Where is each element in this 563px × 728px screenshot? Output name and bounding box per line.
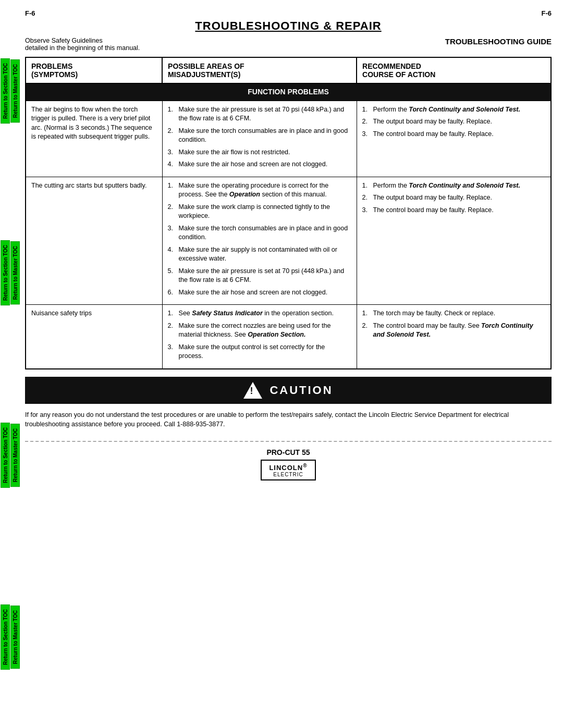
page-num-left: F-6 [25, 9, 35, 17]
caution-triangle-icon [243, 382, 262, 399]
recommended-list-2: 1.Perform the Torch Continuity and Solen… [362, 181, 545, 215]
function-problems-label: FUNCTION PROBLEMS [26, 83, 551, 101]
list-item: 1.Make sure the operating procedure is c… [168, 181, 351, 200]
recommended-list-1: 1.Perform the Torch Continuity and Solen… [362, 105, 545, 139]
page-num-right: F-6 [542, 9, 552, 17]
list-item: 5.Make sure the air pressure is set at 7… [168, 267, 351, 285]
problem-text-1: The air begins to flow when the torch tr… [31, 106, 152, 141]
sidebar-item-section-toc-4[interactable]: Return to Section TOC [1, 604, 10, 670]
page-number-row: F-6 F-6 [25, 9, 552, 17]
sidebar-col-right: Return to Master TOC Return to Master TO… [10, 0, 20, 728]
problem-cell-1: The air begins to flow when the torch tr… [26, 101, 162, 177]
possible-cell-2: 1.Make sure the operating procedure is c… [162, 177, 357, 305]
sidebar: Return to Section TOC Return to Section … [0, 0, 20, 728]
list-item: 2.Make sure the torch consumables are in… [168, 127, 351, 145]
product-name: PRO-CUT 55 [25, 448, 552, 456]
sidebar-item-section-toc-3[interactable]: Return to Section TOC [1, 423, 10, 488]
header-row: Observe Safety Guidelines detailed in th… [25, 37, 552, 52]
list-item: 1.Make sure the air pressure is set at 7… [168, 105, 351, 124]
sidebar-item-master-toc-3[interactable]: Return to Master TOC [10, 424, 20, 487]
possible-list-1: 1.Make sure the air pressure is set at 7… [168, 105, 351, 169]
list-item: 6.Make sure the air hose and screen are … [168, 288, 351, 298]
possible-cell-3: 1.See Safety Status Indicator in the ope… [162, 305, 357, 369]
recommended-cell-1: 1.Perform the Torch Continuity and Solen… [357, 101, 551, 177]
list-item: 4.Make sure the air supply is not contam… [168, 245, 351, 264]
sidebar-item-master-toc-1[interactable]: Return to Master TOC [10, 59, 20, 122]
list-item: 1.The torch may be faulty. Check or repl… [362, 309, 545, 318]
table-row: Nuisance safety trips 1.See Safety Statu… [26, 305, 551, 369]
sidebar-col-left: Return to Section TOC Return to Section … [0, 0, 10, 728]
list-item: 1.Perform the Torch Continuity and Solen… [362, 105, 545, 115]
list-item: 2.Make sure the work clamp is connected … [168, 203, 351, 221]
problem-text-3: Nuisance safety trips [31, 310, 92, 317]
possible-list-3: 1.See Safety Status Indicator in the ope… [168, 309, 351, 361]
sidebar-item-section-toc-2[interactable]: Return to Section TOC [1, 240, 10, 305]
safety-note: Observe Safety Guidelines detailed in th… [25, 37, 140, 52]
possible-list-2: 1.Make sure the operating procedure is c… [168, 181, 351, 298]
recommended-list-3: 1.The torch may be faulty. Check or repl… [362, 309, 545, 340]
list-item: 2.The output board may be faulty. Replac… [362, 117, 545, 127]
caution-box: CAUTION [25, 377, 552, 404]
list-item: 2.Make sure the correct nozzles are bein… [168, 322, 351, 340]
section-title: TROUBLESHOOTING GUIDE [445, 37, 552, 46]
list-item: 2.The control board may be faulty. See T… [362, 322, 545, 340]
list-item: 1.Perform the Torch Continuity and Solen… [362, 181, 545, 191]
main-content: F-6 F-6 TROUBLESHOOTING & REPAIR Observe… [20, 0, 563, 728]
page-title: TROUBLESHOOTING & REPAIR [25, 19, 552, 33]
dashed-divider [25, 441, 552, 442]
list-item: 3.Make sure the air flow is not restrict… [168, 148, 351, 157]
table-row: The air begins to flow when the torch tr… [26, 101, 551, 177]
list-item: 2.The output board may be faulty. Replac… [362, 193, 545, 203]
brand-sub: ELECTRIC [269, 472, 307, 477]
footer: PRO-CUT 55 LINCOLN® ELECTRIC [25, 448, 552, 480]
possible-cell-1: 1.Make sure the air pressure is set at 7… [162, 101, 357, 177]
caution-title: CAUTION [270, 384, 333, 397]
table-row: The cutting arc starts but sputters badl… [26, 177, 551, 305]
sidebar-item-master-toc-4[interactable]: Return to Master TOC [10, 606, 20, 669]
list-item: 4.Make sure the air hose and screen are … [168, 160, 351, 169]
caution-description: If for any reason you do not understand … [25, 410, 552, 430]
list-item: 3.The control board may be faulty. Repla… [362, 130, 545, 139]
sidebar-item-section-toc-1[interactable]: Return to Section TOC [1, 58, 10, 124]
recommended-cell-2: 1.Perform the Torch Continuity and Solen… [357, 177, 551, 305]
col-header-problems: PROBLEMS(SYMPTOMS) [26, 57, 162, 83]
problem-cell-2: The cutting arc starts but sputters badl… [26, 177, 162, 305]
list-item: 3.Make sure the torch consumables are in… [168, 224, 351, 242]
list-item: 3.Make sure the output control is set co… [168, 343, 351, 361]
recommended-cell-3: 1.The torch may be faulty. Check or repl… [357, 305, 551, 369]
col-header-recommended: RECOMMENDEDCOURSE OF ACTION [357, 57, 551, 83]
list-item: 3.The control board may be faulty. Repla… [362, 206, 545, 215]
problem-cell-3: Nuisance safety trips [26, 305, 162, 369]
brand-box: LINCOLN® ELECTRIC [261, 460, 315, 480]
list-item: 1.See Safety Status Indicator in the ope… [168, 309, 351, 318]
sidebar-item-master-toc-2[interactable]: Return to Master TOC [10, 241, 20, 304]
col-header-possible: POSSIBLE AREAS OFMISADJUSTMENT(S) [162, 57, 357, 83]
function-problems-header-row: FUNCTION PROBLEMS [26, 83, 551, 101]
problem-text-2: The cutting arc starts but sputters badl… [31, 182, 146, 189]
troubleshooting-table: PROBLEMS(SYMPTOMS) POSSIBLE AREAS OFMISA… [25, 57, 552, 369]
brand-name: LINCOLN® [269, 463, 307, 472]
